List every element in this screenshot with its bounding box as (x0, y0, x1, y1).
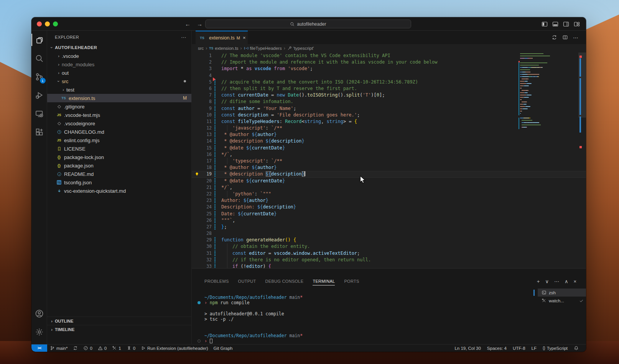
code-line-18[interactable]: 18 * @author ${author} (192, 164, 586, 171)
new-terminal-icon[interactable]: + (537, 279, 540, 284)
code-line-28[interactable]: 28 (192, 230, 586, 237)
tree-item-changelog-md[interactable]: CHANGELOG.md (47, 128, 191, 136)
tree-item-package-lock-json[interactable]: {}package-lock.json (47, 153, 191, 161)
nav-forward-button[interactable]: → (197, 21, 202, 27)
status-ports[interactable]: 0 (124, 344, 138, 352)
status-git-graph[interactable]: Git Graph (211, 344, 235, 352)
terminal-instance-watch[interactable]: watch... (538, 297, 586, 305)
code-line-17[interactable]: 17 'typescript': `/** (192, 158, 586, 164)
tree-item--gitignore[interactable]: .gitignore (47, 102, 191, 111)
tree-item-readme-md[interactable]: README.md (47, 170, 191, 178)
code-line-32[interactable]: 32 // if there is no editor opened, then… (192, 257, 586, 263)
tree-item-test[interactable]: ›test (47, 85, 191, 94)
terminal-instance-zsh[interactable]: zsh (538, 289, 586, 297)
tree-item-vsc-extension-quickstart-md[interactable]: vsc-extension-quickstart.md (47, 187, 191, 195)
code-line-21[interactable]: 21*/`, (192, 184, 586, 191)
toggle-secondary-sidebar-icon[interactable] (563, 21, 569, 27)
breadcrumb-item[interactable]: TSextension.ts (209, 46, 238, 51)
command-center-search[interactable]: autofileheader (205, 20, 411, 28)
status-git-branch[interactable]: main* (47, 344, 70, 352)
status-language-mode[interactable]: {}TypeScript (540, 344, 570, 352)
activity-source-control[interactable]: 1 (31, 67, 47, 86)
code-line-30[interactable]: 30 // obtain the editor entity. (192, 243, 586, 250)
tab-close-icon[interactable]: × (243, 35, 246, 41)
code-line-26[interactable]: 26"""`, (192, 217, 586, 224)
editor-scrollbar[interactable] (578, 52, 586, 268)
code-line-20[interactable]: 20 * @date ${currentDate} (192, 178, 586, 184)
tree-item-src[interactable]: ›src (47, 77, 191, 85)
activity-run-and-debug[interactable] (31, 86, 47, 104)
tree-item--vscode[interactable]: ›.vscode (47, 52, 191, 60)
code-editor[interactable]: 1// The module 'vscode' contains the VS … (192, 52, 586, 268)
tree-item-tsconfig-json[interactable]: TStsconfig.json (47, 178, 191, 187)
code-line-24[interactable]: 24Description: ${description} (192, 204, 586, 210)
tree-item-eslint-config-mjs[interactable]: JSeslint.config.mjs (47, 136, 191, 144)
status-errors[interactable]: 0 (81, 344, 95, 352)
minimap[interactable] (520, 53, 560, 129)
panel-tab-debug-console[interactable]: DEBUG CONSOLE (265, 279, 304, 285)
maximize-panel-icon[interactable]: ∧ (565, 279, 568, 284)
breadcrumb-item[interactable]: fileTypeHeaders (244, 46, 282, 51)
code-line-15[interactable]: 15 * @date ${currentDate} (192, 145, 586, 151)
toggle-panel-icon[interactable] (552, 21, 558, 27)
section-timeline[interactable]: ›TIMELINE (47, 325, 191, 333)
code-line-19[interactable]: 19 * @description ${description} (192, 171, 586, 177)
code-line-16[interactable]: 16*/`, (192, 151, 586, 158)
breadcrumb-item[interactable]: src (198, 46, 204, 51)
activity-accounts[interactable] (31, 304, 47, 323)
lightbulb-icon[interactable] (192, 171, 202, 177)
status-notifications[interactable] (571, 344, 581, 352)
code-line-27[interactable]: 27}; (192, 224, 586, 230)
code-line-13[interactable]: 13 * @author ${author} (192, 131, 586, 138)
toggle-primary-sidebar-icon[interactable] (542, 21, 548, 27)
terminal[interactable]: ~/Documents/Repo/autofileheader main*› n… (192, 289, 530, 344)
command-decoration-hollow[interactable] (198, 339, 201, 343)
tree-item-out[interactable]: ›out (47, 69, 191, 77)
panel-tab-problems[interactable]: PROBLEMS (204, 279, 229, 285)
close-window-button[interactable] (37, 21, 42, 26)
activity-remote-explorer[interactable] (31, 104, 47, 123)
activity-explorer[interactable] (31, 31, 47, 49)
more-actions-icon[interactable]: ⋯ (573, 34, 578, 41)
status-remote-indicator[interactable]: >< (31, 344, 47, 352)
status-warnings[interactable]: 0 (95, 344, 109, 352)
explorer-more-actions-icon[interactable]: ⋯ (181, 34, 187, 40)
activity-extensions[interactable] (31, 123, 47, 141)
status-tasks[interactable]: 1 (109, 344, 123, 352)
status-sync-changes[interactable] (70, 344, 81, 352)
code-line-14[interactable]: 14 * @description ${description} (192, 138, 586, 144)
minimize-window-button[interactable] (45, 21, 50, 26)
code-line-25[interactable]: 25Date: ${currentDate} (192, 211, 586, 217)
activity-settings[interactable] (31, 323, 47, 341)
breadcrumb-item[interactable]: 'typescript' (287, 46, 314, 51)
code-line-31[interactable]: 31 const editor = vscode.window.activeTe… (192, 250, 586, 257)
nav-back-button[interactable]: ← (185, 21, 191, 27)
status-indentation[interactable]: Spaces: 4 (484, 344, 509, 352)
code-line-33[interactable]: 33 if (!editor) { (192, 263, 586, 268)
tree-root-autofileheader[interactable]: › AUTOFILEHEADER (47, 43, 191, 52)
status-cursor-position[interactable]: Ln 19, Col 30 (452, 344, 483, 352)
tree-item--vscode-test-mjs[interactable]: JS.vscode-test.mjs (47, 111, 191, 119)
code-line-22[interactable]: 22 'python': `""" (192, 191, 586, 197)
panel-tab-output[interactable]: OUTPUT (238, 279, 256, 285)
activity-search[interactable] (31, 49, 47, 67)
section-outline[interactable]: ›OUTLINE (47, 316, 191, 325)
panel-tab-ports[interactable]: PORTS (344, 279, 359, 285)
command-decoration-filled[interactable] (198, 301, 201, 304)
open-changes-icon[interactable] (552, 34, 557, 40)
tree-item--vscodeignore[interactable]: .vscodeignore (47, 119, 191, 128)
customize-layout-icon[interactable] (574, 21, 580, 27)
more-actions-icon[interactable]: ⋯ (554, 279, 559, 284)
code-line-23[interactable]: 23Author: ${author} (192, 197, 586, 204)
tree-item-license[interactable]: LICENSE (47, 144, 191, 153)
launch-profile-icon[interactable]: ∨ (545, 279, 549, 284)
tree-item-package-json[interactable]: {}package.json (47, 161, 191, 170)
panel-tab-terminal[interactable]: TERMINAL (313, 279, 335, 285)
tree-item-extension-ts[interactable]: TSextension.tsM (47, 94, 191, 102)
code-line-29[interactable]: 29function generateHeader() { (192, 237, 586, 243)
split-editor-icon[interactable] (562, 34, 568, 40)
close-panel-icon[interactable]: × (573, 279, 576, 284)
status-eol[interactable]: LF (529, 344, 539, 352)
tree-item-node-modules[interactable]: ›node_modules (47, 60, 191, 69)
zoom-window-button[interactable] (53, 21, 58, 26)
